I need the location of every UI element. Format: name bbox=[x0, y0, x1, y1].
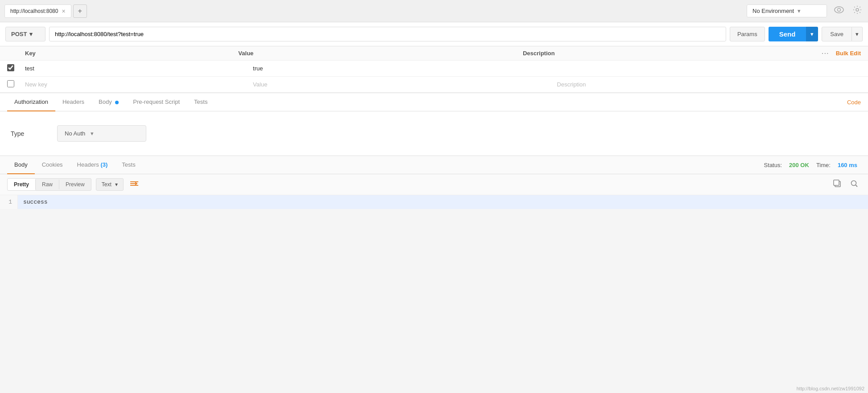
table-row bbox=[0, 61, 868, 77]
format-preview-button[interactable]: Preview bbox=[59, 179, 91, 190]
eye-icon-button[interactable] bbox=[832, 4, 846, 17]
row2-checkbox[interactable] bbox=[7, 80, 14, 87]
svg-point-8 bbox=[851, 181, 856, 186]
row2-desc-input[interactable] bbox=[557, 81, 861, 88]
resp-tab-headers[interactable]: Headers (3) bbox=[70, 156, 115, 174]
row1-value-cell bbox=[253, 65, 557, 72]
resp-tab-body[interactable]: Body bbox=[7, 156, 35, 174]
params-table: Key Value Description ··· Bulk Edit bbox=[0, 46, 868, 93]
response-body: 1 success bbox=[0, 195, 868, 209]
row1-key-input[interactable] bbox=[25, 65, 253, 72]
gear-icon bbox=[853, 7, 862, 16]
save-button-group: Save ▾ bbox=[822, 27, 863, 41]
time-value: 160 ms bbox=[838, 162, 857, 168]
resp-tab-cookies[interactable]: Cookies bbox=[35, 156, 70, 174]
row2-key-input[interactable] bbox=[25, 81, 253, 88]
format-pretty-button[interactable]: Pretty bbox=[8, 179, 35, 190]
request-bar: POST ▾ Params Send ▾ Save ▾ bbox=[0, 22, 868, 46]
url-input[interactable] bbox=[49, 27, 726, 41]
search-button[interactable] bbox=[847, 178, 861, 191]
response-toolbar: Pretty Raw Preview Text ▾ bbox=[0, 174, 868, 195]
browser-tab[interactable]: http://localhost:8080 × bbox=[4, 4, 71, 18]
auth-chevron-icon: ▾ bbox=[91, 130, 94, 137]
params-button[interactable]: Params bbox=[730, 27, 765, 41]
line-content-1: success bbox=[18, 195, 868, 209]
row1-key-cell bbox=[25, 65, 253, 72]
svg-point-0 bbox=[835, 7, 843, 13]
env-chevron-icon: ▾ bbox=[798, 8, 801, 14]
svg-point-2 bbox=[856, 8, 859, 11]
send-button[interactable]: Send bbox=[769, 27, 806, 41]
copy-button[interactable] bbox=[831, 178, 844, 191]
svg-rect-7 bbox=[834, 180, 839, 185]
row2-desc-cell bbox=[557, 81, 861, 88]
method-chevron-icon: ▾ bbox=[29, 31, 33, 37]
auth-selected-value: No Auth bbox=[65, 130, 85, 137]
resp-tab-tests[interactable]: Tests bbox=[115, 156, 142, 174]
request-tabs-section: Authorization Headers Body Pre-request S… bbox=[0, 93, 868, 111]
tab-close-icon[interactable]: × bbox=[62, 8, 65, 15]
text-type-chevron-icon: ▾ bbox=[115, 181, 118, 188]
bulk-edit-link[interactable]: Bulk Edit bbox=[836, 50, 861, 57]
tab-tests[interactable]: Tests bbox=[187, 93, 215, 111]
response-status-area: Status: 200 OK Time: 160 ms bbox=[761, 162, 861, 168]
params-header-key: Key bbox=[25, 50, 238, 57]
row1-check-cell bbox=[7, 64, 25, 73]
search-icon bbox=[850, 181, 858, 189]
params-header: Key Value Description ··· Bulk Edit bbox=[0, 46, 868, 61]
code-link[interactable]: Code bbox=[847, 94, 861, 111]
status-label: Status: bbox=[764, 162, 782, 168]
format-raw-button[interactable]: Raw bbox=[36, 179, 59, 190]
response-tabs-nav: Body Cookies Headers (3) Tests Status: 2… bbox=[0, 156, 868, 174]
top-bar: http://localhost:8080 × + No Environment… bbox=[0, 0, 868, 22]
resp-toolbar-right bbox=[831, 178, 861, 191]
response-section: Body Cookies Headers (3) Tests Status: 2… bbox=[0, 156, 868, 209]
row2-value-input[interactable] bbox=[253, 81, 557, 88]
svg-line-9 bbox=[856, 185, 858, 187]
tab-url-label: http://localhost:8080 bbox=[10, 8, 58, 14]
method-label: POST bbox=[11, 31, 27, 37]
text-type-label: Text bbox=[102, 181, 112, 188]
line-number-1: 1 bbox=[0, 195, 18, 209]
save-dropdown-button[interactable]: ▾ bbox=[852, 27, 863, 41]
row1-checkbox[interactable] bbox=[7, 64, 14, 71]
request-tabs-nav: Authorization Headers Body Pre-request S… bbox=[0, 93, 868, 111]
text-type-dropdown[interactable]: Text ▾ bbox=[96, 178, 124, 191]
copy-icon bbox=[833, 181, 841, 189]
table-row bbox=[0, 77, 868, 93]
row1-value-input[interactable] bbox=[253, 65, 557, 72]
tab-headers[interactable]: Headers bbox=[55, 93, 91, 111]
top-right-controls: No Environment ▾ bbox=[747, 4, 864, 18]
svg-point-1 bbox=[838, 8, 841, 12]
tab-body[interactable]: Body bbox=[91, 93, 126, 111]
row1-desc-cell bbox=[557, 65, 861, 72]
method-selector[interactable]: POST ▾ bbox=[5, 27, 45, 41]
env-label: No Environment bbox=[752, 8, 794, 14]
format-group: Pretty Raw Preview bbox=[7, 178, 91, 191]
environment-selector[interactable]: No Environment ▾ bbox=[747, 4, 827, 17]
send-dropdown-button[interactable]: ▾ bbox=[806, 27, 818, 41]
save-button[interactable]: Save bbox=[822, 27, 852, 41]
row2-value-cell bbox=[253, 81, 557, 88]
time-label: Time: bbox=[816, 162, 831, 168]
params-header-actions: ··· Bulk Edit bbox=[807, 50, 861, 57]
tab-area: http://localhost:8080 × + bbox=[4, 4, 744, 18]
row1-desc-input[interactable] bbox=[557, 65, 861, 72]
auth-type-dropdown[interactable]: No Auth ▾ bbox=[57, 125, 146, 142]
gear-icon-button[interactable] bbox=[851, 4, 864, 18]
eye-icon bbox=[834, 6, 844, 15]
status-value: 200 OK bbox=[789, 162, 809, 168]
row2-check-cell bbox=[7, 80, 25, 89]
params-header-value: Value bbox=[238, 50, 523, 57]
body-dot-indicator bbox=[115, 101, 119, 104]
tab-pre-request-script[interactable]: Pre-request Script bbox=[126, 93, 187, 111]
params-header-desc: Description bbox=[523, 50, 807, 57]
response-line-1: 1 success bbox=[0, 195, 868, 209]
dots-icon: ··· bbox=[822, 50, 829, 57]
tab-authorization[interactable]: Authorization bbox=[7, 93, 55, 111]
tab-add-button[interactable]: + bbox=[73, 4, 87, 18]
auth-section: Type No Auth ▾ bbox=[0, 111, 868, 156]
headers-badge: (3) bbox=[100, 161, 107, 168]
wrap-lines-button[interactable] bbox=[126, 178, 142, 191]
row2-key-cell bbox=[25, 81, 253, 88]
